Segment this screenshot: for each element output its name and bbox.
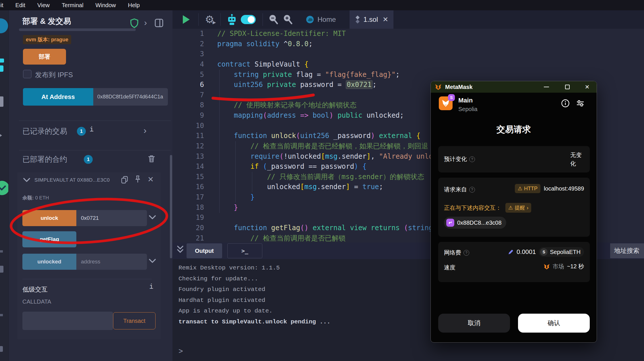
at-address-input[interactable] (93, 88, 168, 106)
unlocked-param-input[interactable] (76, 254, 147, 270)
run-script-icon[interactable] (182, 15, 190, 24)
line-number: 2 (172, 39, 204, 49)
menu-view[interactable]: View (37, 2, 50, 9)
chevron-down-icon[interactable] (149, 258, 156, 263)
menu-window[interactable]: Window (96, 2, 116, 9)
getflag-function-button[interactable]: getFlag (22, 231, 76, 247)
script-config-gear-icon[interactable]: ⚙▶ (205, 13, 214, 26)
terminal-line: Checking for update... (179, 273, 330, 284)
code-line: 4contract SimpleVault { (172, 59, 644, 70)
unlocked-function-button[interactable]: unlocked (22, 254, 76, 270)
chevron-down-icon[interactable] (23, 177, 30, 183)
help-icon[interactable]: ? (463, 250, 469, 256)
unlock-param-input[interactable] (76, 210, 147, 226)
split-view-icon[interactable] (154, 18, 164, 28)
menu-terminal[interactable]: Terminal (62, 2, 84, 9)
settings-sliders-icon[interactable] (576, 99, 585, 108)
shield-icon[interactable] (130, 18, 139, 28)
network-name[interactable]: Sepolia (458, 106, 478, 112)
file-explorer-icon[interactable] (0, 96, 3, 107)
terminal-toggle-button[interactable]: >_ (227, 243, 262, 258)
calldata-label: CALLDATA (22, 298, 51, 305)
minimize-button[interactable] (539, 81, 554, 93)
menu-help[interactable]: Help (128, 2, 140, 9)
chevron-down-icon[interactable] (149, 215, 156, 220)
menu-bar: GitEditViewTerminalWindowHelp (0, 0, 644, 10)
info-icon[interactable] (561, 99, 570, 108)
compile-success-icon[interactable] (0, 181, 9, 195)
line-number: 16 (172, 182, 204, 192)
menu-git[interactable]: Git (0, 2, 3, 9)
collapse-panel-icon[interactable]: › (144, 18, 147, 28)
terminal-prompt[interactable]: > (179, 347, 183, 356)
copy-icon[interactable] (121, 176, 129, 184)
transact-button[interactable]: Transact (113, 312, 156, 329)
menu-edit[interactable]: Edit (15, 2, 25, 9)
evm-version-badge: evm 版本: prague (23, 35, 71, 44)
info-icon[interactable]: i (90, 126, 94, 133)
tab-home[interactable]: Home (300, 10, 341, 29)
alert-badge[interactable]: ⚠提醒› (505, 203, 531, 213)
divider (22, 279, 152, 279)
zoom-out-icon[interactable] (269, 14, 278, 25)
at-address-button[interactable]: At Address (23, 88, 93, 106)
help-icon[interactable]: ? (469, 156, 475, 162)
recorded-transactions-count: 1 (77, 127, 86, 136)
help-icon[interactable]: ? (469, 187, 475, 193)
contract-instance-label[interactable]: SIMPLEVAULT AT 0X88D...E3C0 (34, 177, 110, 183)
zoom-in-icon[interactable] (283, 14, 293, 25)
tab-output[interactable]: Output (187, 243, 222, 258)
ai-toggle[interactable] (241, 15, 256, 24)
tab-1sol[interactable]: 1.sol ✕ (350, 10, 393, 29)
terminal-line: Remix Desktop version: 1.1.5 (179, 263, 330, 273)
deployed-contracts-label: 已部署的合约 (22, 154, 67, 164)
info-icon[interactable]: i (149, 283, 153, 291)
calldata-input[interactable] (22, 312, 113, 330)
close-tab-icon[interactable]: ✕ (383, 15, 388, 24)
maximize-button[interactable] (560, 81, 575, 93)
deploy-button[interactable]: 部署 (23, 49, 66, 65)
request-origin-card: 请求来自 ? ⚠HTTP localhost:49589 正在与下述内容交互： … (438, 178, 590, 237)
metamask-titlebar[interactable]: MetaMask ✕ (431, 81, 597, 93)
cancel-button[interactable]: 取消 (438, 314, 510, 333)
pin-icon[interactable] (134, 175, 142, 184)
divider (19, 150, 171, 150)
panel-title: 部署 & 发交易 (22, 16, 71, 26)
remix-home-icon (305, 15, 315, 24)
publish-ipfs-checkbox[interactable] (23, 70, 32, 78)
line-number: 7 (172, 90, 204, 100)
plugin-icon[interactable] (0, 250, 3, 253)
close-contract-icon[interactable]: ✕ (148, 175, 154, 184)
unlock-function-button[interactable]: unlock (22, 210, 76, 226)
close-button[interactable]: ✕ (580, 81, 594, 93)
fox-speed-icon (544, 263, 550, 270)
address-search-label: 地址搜索 (610, 243, 644, 258)
plugin-icon[interactable] (0, 65, 3, 72)
contract-avatar-icon (446, 219, 454, 227)
line-number: 21 (172, 233, 204, 243)
collapse-terminal-icon[interactable] (176, 244, 184, 256)
contract-address-pill[interactable]: 0x88DC8...e3c08 (444, 217, 506, 229)
code-line: 3 (172, 49, 644, 59)
confirm-button[interactable]: 确认 (518, 314, 590, 333)
panel-scrollbar[interactable] (170, 155, 172, 258)
trash-icon[interactable] (148, 154, 156, 163)
editor-toolbar: ⚙▶ Home 1.sol ✕ (172, 10, 644, 29)
plugin-icon[interactable] (0, 346, 3, 352)
speed-market[interactable]: 市场 (553, 263, 564, 270)
plugin-icon[interactable] (0, 266, 3, 273)
expand-transactions-icon[interactable]: › (143, 125, 147, 136)
line-number: 9 (172, 110, 204, 121)
plugin-icon[interactable] (0, 314, 3, 316)
indent-guide (219, 70, 220, 213)
plugin-icon[interactable] (0, 59, 4, 63)
account-avatar[interactable]: S (439, 96, 453, 110)
horizontal-scrollbar[interactable] (19, 28, 136, 31)
line-number: 4 (172, 59, 204, 70)
account-name[interactable]: Main (458, 97, 473, 104)
divider (19, 121, 171, 121)
speed-label: 速度 (444, 264, 455, 271)
remix-logo-icon[interactable] (0, 18, 8, 33)
ai-assistant-robot-icon[interactable] (227, 14, 237, 25)
edit-fee-pencil-icon[interactable] (508, 249, 514, 255)
